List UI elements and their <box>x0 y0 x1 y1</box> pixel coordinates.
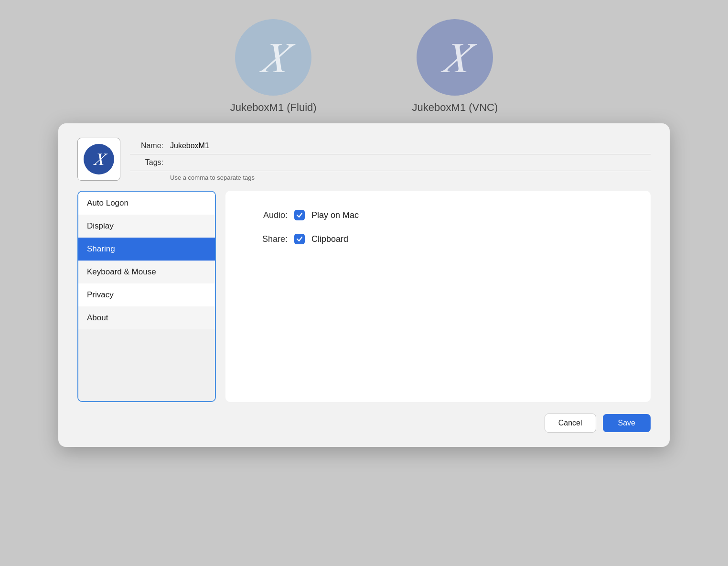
sidebar-item-empty-2 <box>78 353 215 377</box>
share-checkbox[interactable] <box>294 234 305 244</box>
vnc-icon-item[interactable]: 𝑋 JukeboxM1 (VNC) <box>412 19 498 114</box>
vnc-x-glyph: 𝑋 <box>442 36 468 79</box>
name-label: Name: <box>130 142 163 150</box>
name-field-row: Name: <box>130 138 651 154</box>
cancel-button[interactable]: Cancel <box>545 414 596 433</box>
sidebar-item-sharing[interactable]: Sharing <box>78 238 215 261</box>
app-x-icon: 𝑋 <box>94 149 104 169</box>
sidebar: Auto Logon Display Sharing Keyboard & Mo… <box>77 191 216 402</box>
sidebar-item-about[interactable]: About <box>78 306 215 329</box>
sidebar-item-empty-1 <box>78 329 215 353</box>
fluid-icon-circle: 𝑋 <box>235 19 311 96</box>
sidebar-item-display[interactable]: Display <box>78 215 215 238</box>
tags-field-row: Tags: <box>130 154 651 171</box>
background-icons: 𝑋 JukeboxM1 (Fluid) 𝑋 JukeboxM1 (VNC) <box>230 0 498 114</box>
right-panel: Audio: Play on Mac Share: Clipboard <box>225 191 651 402</box>
app-icon-inner: 𝑋 <box>84 144 114 174</box>
vnc-icon-label: JukeboxM1 (VNC) <box>412 101 498 114</box>
audio-row: Audio: Play on Mac <box>249 210 627 220</box>
name-input[interactable] <box>170 142 651 150</box>
fluid-x-glyph: 𝑋 <box>260 36 287 79</box>
content-area: Auto Logon Display Sharing Keyboard & Mo… <box>77 191 651 402</box>
sidebar-item-privacy[interactable]: Privacy <box>78 283 215 306</box>
save-button[interactable]: Save <box>603 414 651 432</box>
tags-hint: Use a comma to separate tags <box>170 174 651 181</box>
audio-label: Audio: <box>249 210 288 220</box>
vnc-icon-circle: 𝑋 <box>417 19 493 96</box>
fluid-icon-label: JukeboxM1 (Fluid) <box>230 101 317 114</box>
fluid-icon-item[interactable]: 𝑋 JukeboxM1 (Fluid) <box>230 19 317 114</box>
sidebar-item-empty-3 <box>78 377 215 401</box>
share-label: Share: <box>249 234 288 244</box>
main-dialog: 𝑋 Name: Tags: Use a comma to separate ta… <box>58 123 670 447</box>
dialog-header: 𝑋 Name: Tags: Use a comma to separate ta… <box>77 138 651 181</box>
app-icon-box: 𝑋 <box>77 138 120 181</box>
name-tags-section: Name: Tags: Use a comma to separate tags <box>130 138 651 181</box>
share-option-label: Clipboard <box>311 234 348 244</box>
share-row: Share: Clipboard <box>249 234 627 244</box>
sidebar-item-auto-logon[interactable]: Auto Logon <box>78 192 215 215</box>
dialog-footer: Cancel Save <box>77 414 651 433</box>
sidebar-item-keyboard-mouse[interactable]: Keyboard & Mouse <box>78 261 215 283</box>
audio-checkbox[interactable] <box>294 210 305 220</box>
audio-option-label: Play on Mac <box>311 210 359 220</box>
tags-input[interactable] <box>170 158 651 167</box>
tags-label: Tags: <box>130 158 163 167</box>
